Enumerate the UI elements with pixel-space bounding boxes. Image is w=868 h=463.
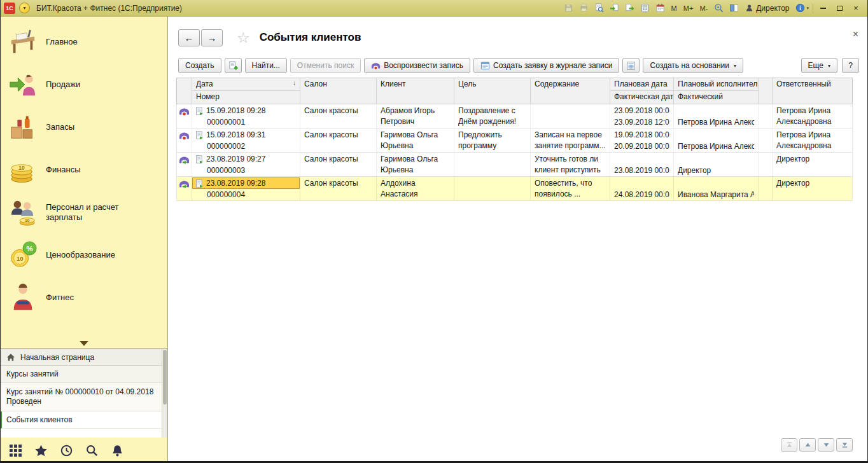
event-type-cell[interactable] — [177, 177, 192, 200]
import-button[interactable] — [608, 2, 621, 15]
salon-cell[interactable]: Салон красоты — [300, 128, 377, 152]
history-button[interactable] — [60, 445, 73, 457]
zoom-button[interactable] — [712, 2, 725, 15]
content-cell[interactable] — [531, 104, 610, 128]
scrollbar-thumb[interactable] — [163, 350, 167, 404]
create-request-button[interactable]: Создать заявку в журнале записи — [473, 58, 620, 73]
last-page-button[interactable] — [836, 438, 853, 452]
goal-cell[interactable]: Предложить программу "Второй... — [454, 128, 531, 152]
export-button[interactable] — [624, 2, 636, 15]
history-item[interactable]: Курс занятий № 000000010 от 04.09.2018 П… — [0, 383, 167, 411]
content-cell[interactable]: Оповестить, что появилось ... — [531, 177, 610, 200]
empty-cell[interactable] — [759, 128, 773, 152]
empty-cell[interactable] — [759, 177, 773, 200]
more-sections-button[interactable] — [0, 338, 167, 349]
calculator-button[interactable] — [639, 2, 652, 15]
memory-plus-button[interactable]: M+ — [682, 2, 696, 15]
more-button[interactable]: Еще ▾ — [801, 58, 837, 73]
responsible-cell[interactable]: Петрова Ирина Александровна — [773, 128, 853, 152]
responsible-cell[interactable]: Петрова Ирина Александровна — [773, 104, 853, 128]
next-page-button[interactable] — [818, 438, 834, 452]
salon-cell[interactable]: Салон красоты — [300, 153, 377, 176]
create-based-on-button[interactable]: Создать на основании ▾ — [643, 58, 743, 73]
client-cell[interactable]: Абрамов Игорь Петрович — [377, 104, 454, 128]
date-cell[interactable]: 23.08.2019 09:27 000000003 — [192, 153, 300, 176]
executor-cell[interactable]: Иванова Маргарита Ал... — [674, 177, 759, 200]
empty-cell[interactable] — [759, 153, 773, 176]
responsible-cell[interactable]: Директор — [773, 153, 853, 176]
client-cell[interactable]: Гаримова Ольга Юрьевна — [377, 128, 454, 152]
date-cell-selected[interactable]: 23.08.2019 09:28 000000004 — [192, 177, 300, 200]
find-button[interactable]: Найти... — [245, 58, 287, 73]
event-type-cell[interactable] — [177, 128, 192, 152]
all-functions-button[interactable] — [10, 445, 22, 457]
salon-cell[interactable]: Салон красоты — [300, 177, 377, 200]
dates-cell[interactable]: 23.09.2018 00:00 23.09.2018 12:00 — [610, 104, 674, 128]
tab-close-button[interactable]: × — [853, 30, 858, 39]
history-item[interactable]: Курсы занятий — [0, 366, 167, 383]
cancel-search-button[interactable]: Отменить поиск — [290, 58, 361, 73]
maximize-button[interactable] — [832, 2, 846, 15]
favorites-button[interactable] — [35, 445, 47, 457]
sidebar-item-inventory[interactable]: Запасы — [0, 106, 167, 148]
header-date[interactable]: Дата ↓ — [192, 78, 300, 91]
header-responsible[interactable]: Ответственный — [773, 78, 853, 104]
prev-page-button[interactable] — [799, 438, 816, 452]
header-actual-executor[interactable]: Фактический — [674, 91, 759, 104]
header-planned-date[interactable]: Плановая дата — [610, 78, 674, 91]
first-page-button[interactable] — [781, 438, 797, 452]
back-button[interactable]: ← — [178, 29, 200, 46]
info-button[interactable]: ▾ — [794, 3, 810, 13]
window-close-button[interactable]: × — [849, 2, 863, 15]
executor-cell[interactable]: Петрова Ирина Алекса... — [674, 104, 759, 128]
date-cell[interactable]: 15.09.2018 09:28 000000001 — [192, 104, 300, 128]
responsible-cell[interactable]: Директор — [773, 177, 853, 200]
table-row[interactable]: 15.09.2018 09:31 000000002 Салон красоты… — [177, 128, 852, 153]
header-client[interactable]: Клиент — [377, 78, 454, 104]
salon-cell[interactable]: Салон красоты — [300, 104, 377, 128]
create-copy-button[interactable] — [225, 58, 242, 73]
home-page-item[interactable]: Начальная страница — [0, 349, 167, 366]
executor-cell[interactable]: Петрова Ирина Алекса... — [674, 128, 759, 152]
content-cell[interactable]: Записан на первое занятие программ... — [531, 128, 610, 152]
content-cell[interactable]: Уточнить готов ли клиент приступить ... — [531, 153, 610, 176]
header-planned-executor[interactable]: Плановый исполнитель — [674, 78, 759, 91]
dates-cell[interactable]: 23.08.2019 00:00 — [610, 153, 674, 176]
goal-cell[interactable] — [454, 177, 531, 200]
play-record-button[interactable]: Воспроизвести запись — [364, 58, 470, 73]
print-button[interactable] — [578, 2, 591, 15]
goal-cell[interactable] — [454, 153, 531, 176]
sidebar-scrollbar[interactable] — [162, 349, 167, 438]
panels-button[interactable] — [727, 2, 740, 15]
sidebar-item-main[interactable]: Главное — [0, 20, 167, 63]
sidebar-item-fitness[interactable]: Фитнес — [0, 276, 167, 319]
header-goal[interactable]: Цель — [454, 78, 531, 104]
empty-cell[interactable] — [759, 104, 773, 128]
forward-button[interactable]: → — [201, 29, 223, 46]
executor-cell[interactable]: Директор — [674, 153, 759, 176]
client-cell[interactable]: Гаримова Ольга Юрьевна — [377, 153, 454, 176]
event-type-cell[interactable] — [177, 153, 192, 176]
table-row[interactable]: 15.09.2018 09:28 000000001 Салон красоты… — [177, 104, 852, 128]
header-content[interactable]: Содержание — [531, 78, 610, 104]
current-user-button[interactable]: Директор — [743, 4, 792, 13]
event-type-cell[interactable] — [177, 104, 192, 128]
history-item-active[interactable]: События клиентов — [0, 411, 167, 429]
notifications-button[interactable] — [111, 445, 123, 457]
client-cell[interactable]: Алдохина Анастасия Григорьевна — [377, 177, 454, 200]
sidebar-item-finance[interactable]: Финансы — [0, 148, 167, 191]
create-button[interactable]: Создать — [178, 58, 221, 73]
table-row-selected[interactable]: 23.08.2019 09:28 000000004 Салон красоты… — [177, 177, 852, 201]
header-actual-date[interactable]: Фактическая дата — [610, 91, 674, 104]
sidebar-item-sales[interactable]: Продажи — [0, 63, 167, 106]
sidebar-item-pricing[interactable]: Ценообразование — [0, 233, 167, 276]
dates-cell[interactable]: 24.08.2019 00:00 — [610, 177, 674, 200]
dates-cell[interactable]: 19.09.2018 00:00 20.09.2018 00:00 — [610, 128, 674, 152]
goal-cell[interactable]: Поздравление с Днём рождения! — [454, 104, 531, 128]
sidebar-item-hr[interactable]: Персонал и расчет зарплаты — [0, 191, 167, 233]
date-cell[interactable]: 15.09.2018 09:31 000000002 — [192, 128, 300, 152]
calendar-button[interactable] — [654, 2, 667, 15]
memory-minus-button[interactable]: M- — [697, 2, 710, 15]
report-button[interactable] — [622, 58, 640, 73]
table-row[interactable]: 23.08.2019 09:27 000000003 Салон красоты… — [177, 153, 852, 177]
